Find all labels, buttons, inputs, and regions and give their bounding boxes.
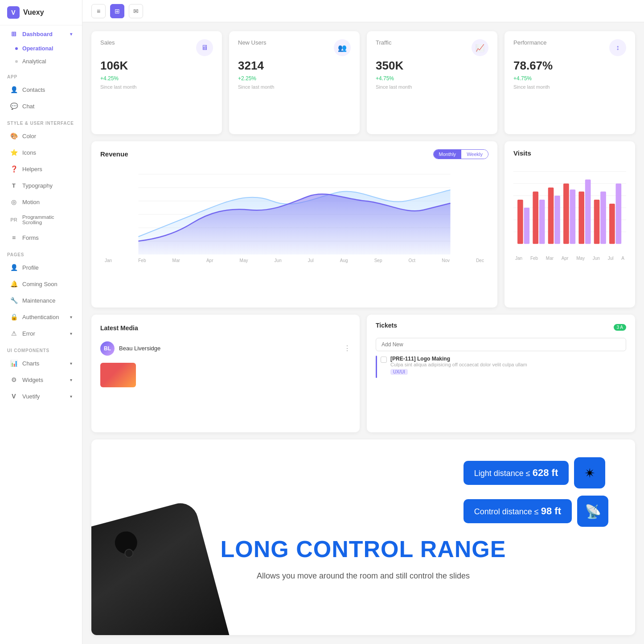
sidebar-item-forms[interactable]: ≡ Forms	[3, 230, 79, 246]
media-thumbnail-container	[100, 363, 351, 389]
svg-rect-16	[548, 188, 554, 244]
sidebar-item-helpers[interactable]: ❓ Helpers	[3, 161, 79, 177]
chat-icon: 💬	[10, 102, 18, 110]
ticket-checkbox[interactable]	[381, 357, 387, 363]
promo-main-title: LONG CONTROL RANGE	[220, 536, 506, 562]
sidebar-item-label: Forms	[22, 234, 72, 241]
promo-control-icon: 📡	[577, 496, 608, 527]
sidebar: V Vuexy ⊞ Dashboard ▾ Operational Analyt…	[0, 0, 82, 644]
sidebar-item-label: Widgets	[22, 377, 68, 383]
sidebar-item-label: Authentication	[22, 314, 68, 320]
latest-media-card: Latest Media BL Beau Liversidge ⋮	[91, 315, 360, 433]
chevron-down-icon: ▾	[70, 377, 72, 382]
media-header: Latest Media	[100, 322, 351, 339]
svg-rect-17	[554, 196, 560, 244]
tickets-card: Tickets 3 A [PRE-111] Logo Making Culpa …	[367, 315, 635, 433]
sidebar-item-label: Error	[22, 330, 68, 337]
logo-icon: V	[7, 6, 20, 19]
dashboard-icon: ⊞	[10, 30, 18, 38]
stat-since: Since last month	[238, 84, 351, 90]
x-axis: JanFebMarAprMay JunJulAugSepOct NovDec	[100, 258, 488, 263]
sidebar-item-maintenance[interactable]: 🔧 Maintenance	[3, 292, 79, 308]
toolbar-menu-button[interactable]: ≡	[91, 4, 106, 18]
sidebar-item-label: Coming Soon	[22, 281, 72, 287]
visits-chart-title: Visits	[513, 149, 531, 157]
forms-icon: ≡	[10, 234, 18, 242]
stat-since: Since last month	[100, 84, 213, 90]
sidebar-item-contacts[interactable]: 👤 Contacts	[3, 82, 79, 98]
ticket-content: [PRE-111] Logo Making Culpa sint aliqua …	[390, 356, 527, 375]
stat-value: 78.67%	[513, 59, 626, 73]
sidebar-item-profile[interactable]: 👤 Profile	[3, 259, 79, 275]
profile-icon: 👤	[10, 263, 18, 271]
ticket-title: [PRE-111] Logo Making	[390, 356, 527, 362]
dashboard-grid: Sales 🖥 106K +4.25% Since last month New…	[82, 22, 644, 644]
toggle-monthly[interactable]: Monthly	[434, 150, 462, 159]
sidebar-item-programmatic-scrolling[interactable]: PR Programmatic Scrolling	[3, 210, 79, 229]
sidebar-item-label: Chat	[22, 103, 72, 110]
sidebar-item-label: Contacts	[22, 86, 72, 93]
sidebar-item-widgets[interactable]: ⚙ Widgets ▾	[3, 372, 79, 388]
media-thumbnail	[100, 363, 136, 387]
svg-rect-24	[609, 204, 615, 244]
coming-soon-icon: 🔔	[10, 280, 18, 288]
sidebar-item-dashboard[interactable]: ⊞ Dashboard ▾	[3, 26, 79, 42]
tickets-header: Tickets 3 A	[376, 322, 626, 333]
visits-bar-chart	[513, 163, 626, 252]
more-options-icon[interactable]: ⋮	[344, 344, 351, 353]
toolbar-grid-button[interactable]: ⊞	[110, 4, 124, 18]
stat-card-users: New Users 👥 3214 +2.25% Since last month	[229, 31, 360, 134]
sidebar-item-authentication[interactable]: 🔒 Authentication ▾	[3, 309, 79, 325]
stat-title: New Users	[238, 39, 267, 46]
maintenance-icon: 🔧	[10, 296, 18, 304]
revenue-area-chart	[100, 165, 488, 254]
sidebar-item-label: Vuetify	[22, 393, 68, 400]
sidebar-sub-analytical[interactable]: Analytical	[3, 55, 79, 68]
svg-rect-19	[570, 189, 576, 244]
promo-control-value: 98 ft	[541, 505, 561, 517]
sidebar-item-charts[interactable]: 📊 Charts ▾	[3, 355, 79, 371]
promo-light-value: 628 ft	[533, 467, 558, 478]
pr-icon: PR	[10, 216, 18, 224]
visits-x-axis: JanFebMarAprMayJunJulA	[513, 256, 626, 261]
widgets-icon: ⚙	[10, 376, 18, 384]
color-icon: 🎨	[10, 132, 18, 140]
sidebar-item-label: Typography	[22, 182, 72, 189]
toggle-weekly[interactable]: Weekly	[461, 150, 488, 159]
svg-rect-18	[563, 184, 569, 244]
stat-value: 106K	[100, 59, 213, 73]
revenue-chart-card: Revenue Monthly Weekly	[91, 141, 497, 308]
sidebar-item-label: Profile	[22, 264, 72, 271]
toolbar-mail-button[interactable]: ✉	[129, 4, 143, 18]
ticket-tag: UX/UI	[390, 369, 408, 375]
ticket-add-input[interactable]	[376, 338, 626, 351]
sidebar-item-label: Icons	[22, 149, 72, 156]
ticket-left-bar	[376, 356, 377, 378]
stat-change: +4.75%	[376, 75, 488, 82]
sidebar-item-label: Analytical	[22, 58, 46, 65]
sidebar-item-icons[interactable]: ⭐ Icons	[3, 144, 79, 160]
sidebar-item-error[interactable]: ⚠ Error ▾	[3, 325, 79, 341]
chevron-down-icon: ▾	[70, 32, 72, 37]
sidebar-item-label: Charts	[22, 360, 68, 367]
sidebar-sub-operational[interactable]: Operational	[3, 42, 79, 55]
stat-icon-sales: 🖥	[196, 39, 213, 56]
authentication-icon: 🔒	[10, 313, 18, 321]
stat-since: Since last month	[376, 84, 488, 90]
svg-rect-14	[533, 192, 538, 244]
stat-change: +4.75%	[513, 75, 626, 82]
svg-rect-15	[539, 200, 545, 244]
sidebar-item-vuetify[interactable]: V Vuetify ▾	[3, 388, 79, 404]
sidebar-item-motion[interactable]: ◎ Motion	[3, 194, 79, 210]
sidebar-item-label: Maintenance	[22, 297, 72, 304]
ticket-desc: Culpa sint aliqua adipisicing off occaec…	[390, 362, 527, 367]
sidebar-item-coming-soon[interactable]: 🔔 Coming Soon	[3, 276, 79, 292]
svg-rect-23	[600, 192, 606, 244]
logo-text: Vuexy	[23, 8, 44, 16]
sidebar-item-color[interactable]: 🎨 Color	[3, 128, 79, 144]
sidebar-item-chat[interactable]: 💬 Chat	[3, 98, 79, 114]
main-content: ≡ ⊞ ✉ Sales 🖥 106K +4.25% Since last mon…	[82, 0, 644, 644]
stat-since: Since last month	[513, 84, 626, 90]
sidebar-item-typography[interactable]: T Typography	[3, 177, 79, 193]
helpers-icon: ❓	[10, 165, 18, 173]
